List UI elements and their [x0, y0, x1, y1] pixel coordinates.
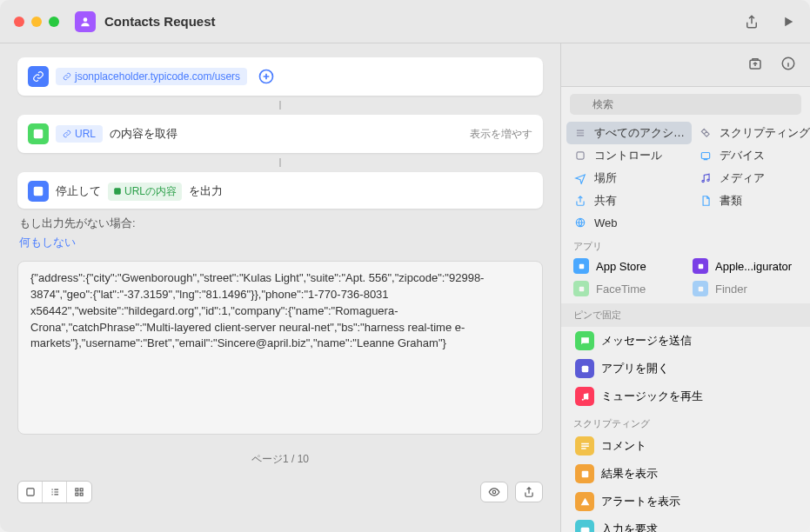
url-contents-token[interactable]: URLの内容: [108, 183, 182, 201]
category-label: コントロール: [594, 148, 662, 163]
download-icon: [28, 123, 49, 144]
category-item[interactable]: メディア: [692, 167, 810, 190]
url-value-chip[interactable]: jsonplaceholder.typicode.com/users: [56, 68, 247, 85]
category-label: Web: [594, 216, 618, 229]
svg-rect-19: [579, 263, 584, 269]
scripting-action-item[interactable]: 結果を表示: [570, 460, 801, 488]
link-icon: [28, 66, 49, 87]
svg-point-10: [492, 490, 496, 494]
app-icon: [573, 281, 589, 296]
svg-point-24: [581, 398, 583, 400]
add-url-button[interactable]: [258, 68, 275, 85]
pinned-action-item[interactable]: ミュージックを再生: [570, 382, 801, 410]
app-item[interactable]: Finder: [686, 277, 805, 300]
category-item[interactable]: 共有: [566, 190, 692, 212]
view-list-icon[interactable]: [43, 482, 67, 502]
category-icon: [699, 194, 713, 208]
action-label: アプリを開く: [601, 361, 669, 376]
app-item[interactable]: App Store: [566, 255, 686, 277]
app-item[interactable]: Apple...igurator: [686, 255, 805, 277]
scripting-action-item[interactable]: 入力を要求: [570, 515, 801, 532]
minimize-window-button[interactable]: [31, 17, 42, 27]
category-item[interactable]: スクリプティング: [692, 122, 810, 144]
svg-rect-6: [76, 489, 78, 491]
category-item[interactable]: デバイス: [692, 144, 810, 167]
fallback-action-button[interactable]: 何もしない: [19, 236, 76, 249]
category-label: すべてのアクシ…: [594, 125, 685, 141]
fallback-label: もし出力先がない場合:: [19, 216, 543, 231]
category-item[interactable]: すべてのアクシ…: [566, 122, 692, 144]
quicklook-icon[interactable]: [480, 482, 508, 502]
output-preview: {"address":{"city":"Gwenborough","street…: [17, 261, 543, 435]
url-token[interactable]: URL: [56, 125, 103, 143]
svg-rect-20: [698, 263, 703, 269]
category-item[interactable]: 書類: [692, 190, 810, 212]
category-item[interactable]: コントロール: [566, 144, 692, 167]
svg-point-25: [586, 397, 588, 399]
category-item[interactable]: 場所: [566, 167, 692, 190]
workflow-editor: jsonplaceholder.typicode.com/users URL の…: [0, 43, 560, 532]
svg-point-17: [707, 179, 709, 181]
app-label: Finder: [715, 283, 747, 296]
actions-sidebar: すべてのアクシ…スクリプティングコントロールデバイス場所メディア共有書類Web …: [560, 43, 810, 532]
pinned-action-item[interactable]: メッセージを送信: [570, 327, 801, 355]
pinned-list: メッセージを送信アプリを開くミュージックを再生: [561, 327, 810, 410]
get-contents-label: の内容を取得: [110, 126, 177, 142]
scripting-list: コメント結果を表示アラートを表示入力を要求1数えるメニューから選択: [561, 432, 810, 532]
category-icon: [573, 194, 587, 208]
app-icon: [693, 258, 708, 274]
library-icon[interactable]: [747, 56, 763, 75]
action-icon: [575, 331, 594, 350]
section-apps-label: アプリ: [561, 233, 810, 255]
scripting-action-item[interactable]: アラートを表示: [570, 488, 801, 515]
category-icon: [699, 171, 713, 185]
category-item[interactable]: Web: [566, 212, 692, 233]
svg-rect-8: [76, 493, 78, 495]
url-action-card[interactable]: jsonplaceholder.typicode.com/users: [17, 57, 543, 96]
svg-rect-21: [579, 286, 584, 291]
svg-rect-14: [577, 152, 584, 159]
app-item[interactable]: FaceTime: [566, 277, 686, 300]
show-more-button[interactable]: 表示を増やす: [470, 127, 532, 142]
scripting-action-item[interactable]: コメント: [570, 432, 801, 460]
svg-rect-22: [698, 286, 703, 291]
svg-rect-23: [581, 365, 588, 372]
view-single-icon[interactable]: [18, 482, 43, 502]
action-label: 入力を要求: [601, 522, 658, 532]
svg-rect-7: [80, 489, 83, 491]
action-icon: [575, 387, 594, 406]
editor-footer: [17, 477, 543, 507]
view-mode-segment: [17, 481, 92, 503]
url-text: jsonplaceholder.typicode.com/users: [75, 70, 240, 83]
view-grid-icon[interactable]: [67, 482, 91, 502]
category-icon: [699, 126, 713, 140]
category-grid: すべてのアクシ…スクリプティングコントロールデバイス場所メディア共有書類Web: [561, 122, 810, 233]
output-icon: [28, 181, 49, 202]
app-label: Apple...igurator: [715, 260, 792, 273]
share-output-icon[interactable]: [515, 482, 543, 502]
category-icon: [573, 216, 587, 229]
svg-rect-9: [80, 493, 83, 495]
action-icon: [575, 359, 594, 378]
get-contents-action-card[interactable]: URL の内容を取得 表示を増やす: [17, 115, 543, 153]
stop-output-action-card[interactable]: 停止して URLの内容 を出力: [17, 172, 543, 209]
titlebar: Contacts Request: [0, 0, 810, 43]
run-icon[interactable]: [780, 14, 796, 30]
app-icon: [573, 258, 589, 274]
category-label: スクリプティング: [720, 125, 810, 141]
action-icon: [575, 436, 594, 456]
stop-suffix: を出力: [189, 183, 223, 199]
app-label: App Store: [596, 260, 646, 273]
svg-rect-26: [581, 470, 588, 477]
category-label: デバイス: [720, 148, 765, 163]
fallback-block: もし出力先がない場合: 何もしない: [17, 214, 543, 250]
pinned-action-item[interactable]: アプリを開く: [570, 355, 801, 382]
action-icon: [575, 464, 594, 483]
fullscreen-window-button[interactable]: [49, 17, 59, 27]
share-icon[interactable]: [744, 14, 760, 30]
search-input[interactable]: [570, 94, 801, 115]
category-label: メディア: [720, 170, 765, 186]
app-icon: [693, 281, 708, 296]
close-window-button[interactable]: [14, 17, 24, 27]
info-icon[interactable]: [780, 56, 796, 75]
